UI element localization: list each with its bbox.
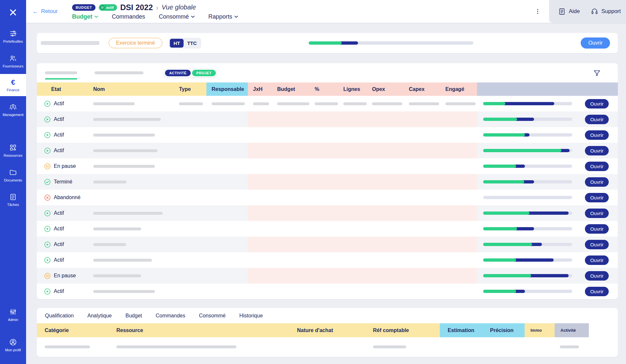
row-cell bbox=[367, 158, 404, 174]
row-status-label: Actif bbox=[54, 148, 64, 153]
row-cell bbox=[272, 252, 309, 268]
row-cell bbox=[440, 127, 477, 143]
row-open-button[interactable]: Ouvrir bbox=[585, 146, 609, 155]
skeleton-placeholder bbox=[93, 165, 155, 168]
open-budget-button[interactable]: Ouvrir bbox=[581, 37, 610, 49]
nav-tab-commandes[interactable]: Commandes bbox=[112, 13, 145, 20]
row-open-button[interactable]: Ouvrir bbox=[585, 115, 609, 124]
column-header-nature-d-achat: Nature d'achat bbox=[289, 323, 365, 337]
kebab-menu-icon[interactable] bbox=[532, 6, 543, 17]
row-cell bbox=[338, 268, 367, 284]
row-open-button[interactable]: Ouvrir bbox=[585, 193, 609, 202]
row-cell bbox=[440, 143, 477, 158]
row-open-button[interactable]: Ouvrir bbox=[585, 255, 609, 265]
paused-status-icon bbox=[44, 163, 51, 170]
row-progress-bar bbox=[483, 274, 572, 277]
detail-tab-analytique[interactable]: Analytique bbox=[87, 313, 112, 319]
row-cell bbox=[272, 268, 309, 284]
row-cell bbox=[88, 237, 174, 252]
tab-skeleton[interactable] bbox=[45, 71, 77, 74]
nav-tab-consomme[interactable]: Consommé bbox=[159, 13, 195, 20]
skeleton-placeholder bbox=[116, 345, 236, 348]
row-open-button[interactable]: Ouvrir bbox=[585, 240, 609, 249]
table-row: ActifOuvrir bbox=[37, 143, 618, 158]
row-open-button[interactable]: Ouvrir bbox=[585, 162, 609, 171]
row-open-button[interactable]: Ouvrir bbox=[585, 177, 609, 187]
sidebar-item-admin[interactable]: Admin bbox=[0, 303, 26, 326]
row-open-button[interactable]: Ouvrir bbox=[585, 209, 609, 218]
sidebar-item-mon-profil[interactable]: Mon profil bbox=[0, 333, 26, 356]
detail-tab-budget[interactable]: Budget bbox=[126, 313, 142, 319]
row-cell bbox=[309, 252, 338, 268]
row-open-button[interactable]: Ouvrir bbox=[585, 224, 609, 234]
row-status-cell: Actif bbox=[37, 96, 88, 111]
column-header-label: JxH bbox=[253, 86, 262, 92]
detail-tab-historique[interactable]: Historique bbox=[239, 313, 263, 319]
row-cell bbox=[367, 221, 404, 237]
detail-tab-commandes[interactable]: Commandes bbox=[156, 313, 185, 319]
projects-table-card: ACTIVITÉ PROJET EtatNomTypeResponsableJx… bbox=[37, 63, 618, 299]
help-button[interactable]: Aide bbox=[558, 8, 580, 15]
row-status-label: En pause bbox=[54, 163, 76, 169]
chevron-down-icon bbox=[234, 16, 238, 18]
support-button[interactable]: Support bbox=[591, 8, 621, 15]
row-open-button[interactable]: Ouvrir bbox=[585, 271, 609, 281]
row-status-label: Actif bbox=[54, 210, 64, 216]
filter-icon[interactable] bbox=[593, 69, 601, 77]
row-actions-cell: Ouvrir bbox=[477, 190, 618, 205]
mode-toggle: ACTIVITÉ PROJET bbox=[164, 68, 217, 78]
row-cell bbox=[338, 111, 367, 127]
skeleton-placeholder bbox=[93, 181, 127, 183]
table-row: En pauseOuvrir bbox=[37, 158, 618, 174]
detail-row-cell bbox=[37, 345, 109, 348]
detail-row-cell bbox=[555, 345, 589, 348]
detail-tab-consomme[interactable]: Consommé bbox=[199, 313, 226, 319]
row-cell bbox=[174, 221, 206, 237]
sidebar-item-finance[interactable]: €Finance bbox=[0, 74, 26, 96]
table-header: EtatNomTypeResponsableJxHBudget%LignesOp… bbox=[37, 82, 618, 96]
sidebar-item-taches[interactable]: Tâches bbox=[0, 188, 26, 211]
row-open-button[interactable]: Ouvrir bbox=[585, 130, 609, 140]
row-cell bbox=[338, 158, 367, 174]
tab-skeleton[interactable] bbox=[95, 71, 143, 74]
mode-option-activite[interactable]: ACTIVITÉ bbox=[165, 70, 191, 76]
table-row: ActifOuvrir bbox=[37, 96, 618, 111]
mode-option-projet[interactable]: PROJET bbox=[192, 70, 216, 76]
detail-panel: QualificationAnalytiqueBudgetCommandesCo… bbox=[37, 308, 618, 357]
row-status-cell: Actif bbox=[37, 127, 88, 143]
row-open-button[interactable]: Ouvrir bbox=[585, 99, 609, 109]
sidebar-item-management[interactable]: Management bbox=[0, 98, 26, 121]
progress-consumed-segment bbox=[483, 227, 517, 230]
sidebar-item-documents[interactable]: Documents bbox=[0, 164, 26, 186]
vat-option-ht[interactable]: HT bbox=[170, 39, 184, 48]
row-progress-bar bbox=[483, 211, 572, 215]
row-cell bbox=[440, 158, 477, 174]
active-status-icon bbox=[44, 226, 51, 232]
back-link[interactable]: ← Retour bbox=[32, 8, 58, 15]
nav-tab-budget[interactable]: Budget bbox=[72, 13, 98, 20]
row-status-label: Actif bbox=[54, 288, 64, 294]
detail-tab-qualification[interactable]: Qualification bbox=[45, 313, 74, 319]
skeleton-placeholder bbox=[409, 102, 439, 105]
sidebar: PortefeuillesFournisseurs€FinanceManagem… bbox=[0, 0, 26, 364]
column-header-label: Lignes bbox=[343, 86, 360, 92]
sidebar-item-portefeuilles[interactable]: Portefeuilles bbox=[0, 25, 26, 48]
row-cell bbox=[88, 252, 174, 268]
sidebar-item-label: Portefeuilles bbox=[3, 40, 23, 44]
exercise-status-pill[interactable]: Exercice terminé bbox=[109, 38, 162, 48]
detail-table-header: CatégorieRessourceNature d'achatRéf comp… bbox=[37, 323, 618, 337]
row-progress-bar bbox=[483, 102, 572, 105]
skeleton-placeholder bbox=[93, 102, 135, 105]
vat-option-ttc[interactable]: TTC bbox=[184, 39, 200, 48]
row-cell bbox=[309, 127, 338, 143]
sidebar-item-label: Ressources bbox=[4, 154, 22, 158]
app-logo[interactable] bbox=[0, 0, 26, 25]
header-center: BUDGET D actif DSI 2022 › Vue globale Bu… bbox=[72, 0, 238, 23]
row-open-button[interactable]: Ouvrir bbox=[585, 287, 609, 296]
progress-consumed-segment bbox=[483, 180, 524, 183]
sidebar-item-ressources[interactable]: Ressources bbox=[0, 139, 26, 162]
row-status-cell: Actif bbox=[37, 237, 88, 252]
nav-tab-rapports[interactable]: Rapports bbox=[208, 13, 238, 20]
sidebar-item-fournisseurs[interactable]: Fournisseurs bbox=[0, 50, 26, 72]
row-cell bbox=[174, 143, 206, 158]
